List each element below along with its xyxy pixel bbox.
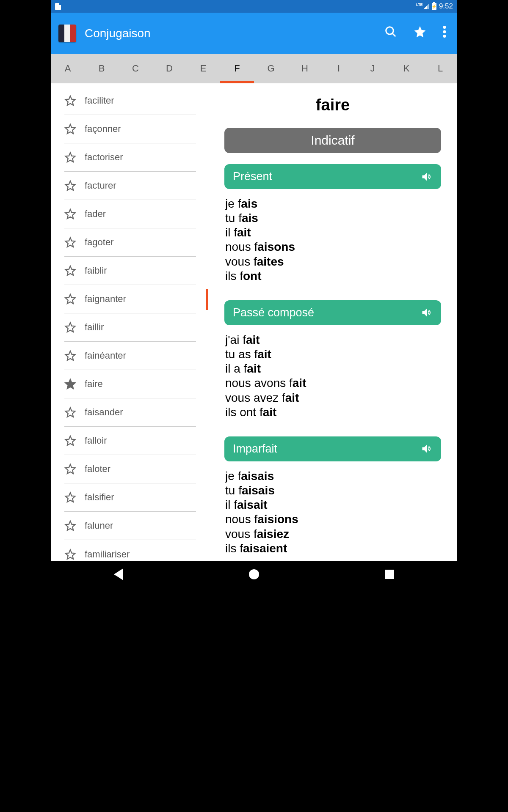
tab-f[interactable]: F bbox=[220, 54, 254, 83]
tab-k[interactable]: K bbox=[389, 54, 423, 83]
svg-point-0 bbox=[386, 27, 394, 35]
star-icon[interactable] bbox=[64, 151, 76, 163]
tense-name: Imparfait bbox=[233, 442, 277, 455]
svg-point-2 bbox=[443, 26, 446, 29]
app-flag-icon bbox=[58, 25, 76, 42]
star-icon[interactable] bbox=[64, 520, 76, 532]
more-icon[interactable] bbox=[443, 26, 446, 41]
clock: 9:52 bbox=[439, 2, 453, 11]
speaker-icon[interactable] bbox=[421, 307, 433, 318]
verb-row[interactable]: familiariser bbox=[64, 540, 196, 561]
alpha-tabs: ABCDEFGHIJKL bbox=[51, 54, 457, 83]
verb-row[interactable]: faiblir bbox=[64, 257, 196, 285]
verb-label: fagoter bbox=[85, 237, 114, 248]
svg-point-4 bbox=[443, 35, 446, 38]
star-icon[interactable] bbox=[64, 265, 76, 277]
verb-heading: faire bbox=[224, 96, 441, 114]
verb-row[interactable]: faignanter bbox=[64, 285, 196, 313]
tab-a[interactable]: A bbox=[51, 54, 85, 83]
verb-label: falsifier bbox=[85, 492, 114, 503]
verb-row[interactable]: fagoter bbox=[64, 228, 196, 257]
verb-sidebar[interactable]: faciliterfaçonnerfactoriserfacturerfader… bbox=[51, 83, 208, 561]
svg-line-1 bbox=[392, 33, 396, 37]
star-icon[interactable] bbox=[64, 208, 76, 220]
app-title: Conjugaison bbox=[85, 27, 384, 40]
verb-row[interactable]: faluner bbox=[64, 512, 196, 540]
star-icon[interactable] bbox=[64, 236, 76, 248]
tense-name: Passé composé bbox=[233, 306, 314, 319]
verb-label: fainéanter bbox=[85, 350, 126, 361]
tab-l[interactable]: L bbox=[423, 54, 457, 83]
verb-row[interactable]: faisander bbox=[64, 398, 196, 427]
verb-label: faire bbox=[85, 379, 103, 390]
nav-back-button[interactable] bbox=[113, 569, 124, 580]
tab-i[interactable]: I bbox=[322, 54, 356, 83]
tense-bar[interactable]: Passé composé bbox=[224, 300, 441, 325]
verb-label: fader bbox=[85, 208, 106, 219]
conjugation-block: je faistu faisil faitnous faisonsvous fa… bbox=[224, 197, 441, 283]
star-icon[interactable] bbox=[64, 321, 76, 333]
verb-row[interactable]: fader bbox=[64, 200, 196, 228]
signal-icon bbox=[423, 3, 429, 9]
verb-label: factoriser bbox=[85, 152, 123, 163]
scroll-indicator[interactable] bbox=[206, 289, 208, 310]
verb-label: faiblir bbox=[85, 265, 107, 276]
search-icon[interactable] bbox=[384, 25, 397, 41]
mood-pill[interactable]: Indicatif bbox=[224, 128, 441, 153]
tense-bar[interactable]: Présent bbox=[224, 164, 441, 189]
conjugation-block: j'ai faittu as faitil a faitnous avons f… bbox=[224, 333, 441, 420]
star-icon[interactable] bbox=[64, 350, 76, 362]
star-icon[interactable] bbox=[64, 378, 76, 390]
verb-row[interactable]: faciliter bbox=[64, 87, 196, 115]
system-nav-bar bbox=[51, 561, 457, 588]
verb-row[interactable]: faire bbox=[64, 370, 196, 398]
status-bar: LTE ⚡ 9:52 bbox=[51, 0, 457, 13]
verb-row[interactable]: falloir bbox=[64, 427, 196, 455]
star-icon[interactable] bbox=[64, 435, 76, 447]
star-icon[interactable] bbox=[64, 463, 76, 475]
speaker-icon[interactable] bbox=[421, 171, 433, 183]
app-bar: Conjugaison bbox=[51, 13, 457, 54]
verb-row[interactable]: falsifier bbox=[64, 483, 196, 512]
tab-c[interactable]: C bbox=[119, 54, 152, 83]
verb-label: familiariser bbox=[85, 549, 130, 560]
verb-label: faignanter bbox=[85, 294, 126, 304]
tab-j[interactable]: J bbox=[356, 54, 389, 83]
star-icon[interactable] bbox=[64, 406, 76, 418]
nav-home-button[interactable] bbox=[248, 569, 260, 580]
verb-row[interactable]: facturer bbox=[64, 172, 196, 200]
conjugation-block: je faisaistu faisaisil faisaitnous faisi… bbox=[224, 469, 441, 556]
svg-point-3 bbox=[443, 30, 446, 33]
verb-label: faloter bbox=[85, 464, 110, 475]
battery-icon: ⚡ bbox=[432, 3, 436, 10]
star-icon[interactable] bbox=[64, 180, 76, 192]
star-icon[interactable] bbox=[64, 293, 76, 305]
verb-row[interactable]: faillir bbox=[64, 313, 196, 342]
verb-row[interactable]: façonner bbox=[64, 115, 196, 143]
star-icon[interactable] bbox=[64, 123, 76, 135]
star-icon[interactable] bbox=[64, 95, 76, 107]
verb-row[interactable]: fainéanter bbox=[64, 342, 196, 370]
star-icon[interactable] bbox=[64, 549, 76, 560]
star-icon[interactable] bbox=[64, 491, 76, 503]
tab-e[interactable]: E bbox=[186, 54, 220, 83]
conjugation-content[interactable]: faire Indicatif Présentje faistu faisil … bbox=[208, 83, 457, 561]
network-label: LTE bbox=[416, 3, 422, 7]
speaker-icon[interactable] bbox=[421, 443, 433, 455]
verb-label: faluner bbox=[85, 520, 113, 531]
tab-b[interactable]: B bbox=[85, 54, 119, 83]
sdcard-icon bbox=[55, 3, 61, 10]
tab-d[interactable]: D bbox=[152, 54, 186, 83]
favorites-icon[interactable] bbox=[413, 25, 427, 41]
tab-h[interactable]: H bbox=[288, 54, 322, 83]
verb-label: faillir bbox=[85, 322, 104, 333]
verb-label: falloir bbox=[85, 435, 107, 446]
tense-name: Présent bbox=[233, 170, 272, 183]
nav-recent-button[interactable] bbox=[384, 569, 395, 580]
verb-row[interactable]: factoriser bbox=[64, 143, 196, 172]
tab-g[interactable]: G bbox=[254, 54, 288, 83]
verb-label: façonner bbox=[85, 123, 121, 134]
verb-row[interactable]: faloter bbox=[64, 455, 196, 483]
tense-bar[interactable]: Imparfait bbox=[224, 436, 441, 461]
verb-label: faisander bbox=[85, 407, 123, 418]
